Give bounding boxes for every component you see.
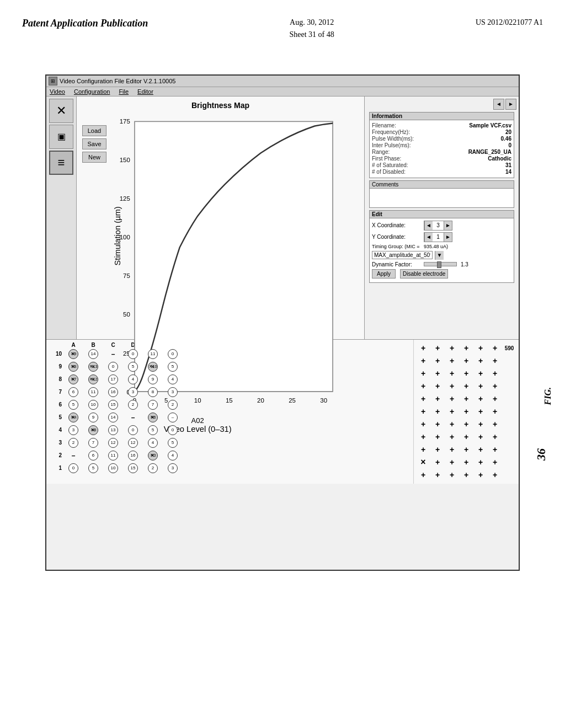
cell-4-c[interactable]: 13 bbox=[103, 424, 123, 436]
cell-1-d[interactable]: 15 bbox=[123, 462, 143, 474]
cell-3-e[interactable]: 4 bbox=[143, 437, 163, 449]
cell-9-a[interactable]: ✕8 bbox=[63, 361, 83, 373]
cell-10-a[interactable]: ✕9 bbox=[63, 348, 83, 360]
cell-2-d[interactable]: 16 bbox=[123, 449, 143, 462]
cell-10-e[interactable]: 11 bbox=[143, 348, 163, 360]
cell-8-b[interactable]: ✕12 bbox=[83, 373, 103, 386]
cell-2-a[interactable]: – bbox=[63, 449, 83, 462]
disable-electrode-button[interactable]: Disable electrode bbox=[400, 269, 448, 279]
nav-right-button[interactable]: ► bbox=[505, 99, 516, 110]
cell-6-c[interactable]: 15 bbox=[103, 399, 123, 411]
cell-3-a[interactable]: 2 bbox=[63, 437, 83, 449]
menu-editor[interactable]: Editor bbox=[136, 88, 154, 95]
y-coord-dec[interactable]: ◄ bbox=[424, 233, 433, 242]
icon-1[interactable]: ✕ bbox=[49, 99, 73, 123]
x-coord-spinbox[interactable]: ◄ 3 ► bbox=[424, 221, 452, 231]
cell-3-d[interactable]: 12 bbox=[123, 437, 143, 449]
icon-2[interactable]: ▣ bbox=[49, 125, 73, 149]
plus-2-4: + bbox=[459, 443, 473, 456]
cell-6-f[interactable]: 2 bbox=[163, 399, 183, 411]
cell-7-f[interactable]: 3 bbox=[163, 386, 183, 398]
cell-9-d[interactable]: 5 bbox=[123, 361, 143, 373]
cell-8-c[interactable]: 17 bbox=[103, 373, 123, 386]
cell-5-e[interactable]: ✕6 bbox=[143, 411, 163, 424]
plus-8-1: + bbox=[416, 367, 430, 379]
cell-5-d[interactable]: – bbox=[123, 411, 143, 424]
cell-4-f[interactable]: 0 bbox=[163, 424, 183, 436]
cell-1-b[interactable]: 5 bbox=[83, 462, 103, 474]
cell-1-a[interactable]: 0 bbox=[63, 462, 83, 474]
save-button[interactable]: Save bbox=[82, 138, 106, 149]
x-coord-dec[interactable]: ◄ bbox=[424, 221, 433, 230]
apply-button[interactable]: Apply bbox=[372, 269, 396, 279]
cell-9-c[interactable]: 0 bbox=[103, 361, 123, 373]
cell-8-f[interactable]: 4 bbox=[163, 373, 183, 386]
cell-5-b[interactable]: 9 bbox=[83, 411, 103, 424]
cell-10-c[interactable]: – bbox=[103, 348, 123, 360]
cell-8-a[interactable]: ✕7 bbox=[63, 373, 83, 386]
plus-row-4: + + + + + + bbox=[416, 418, 516, 431]
cell-8-d[interactable]: 4 bbox=[123, 373, 143, 386]
cell-7-a[interactable]: 6 bbox=[63, 386, 83, 398]
cell-3-f[interactable]: 5 bbox=[163, 437, 183, 449]
plus-x-4: + bbox=[459, 456, 473, 468]
timing-input-field[interactable] bbox=[372, 251, 433, 259]
menu-file[interactable]: File bbox=[118, 88, 130, 95]
cell-4-a[interactable]: 3 bbox=[63, 424, 83, 436]
cell-9-b[interactable]: ✕13 bbox=[83, 361, 103, 373]
cell-2-b[interactable]: 6 bbox=[83, 449, 103, 462]
cell-3-b[interactable]: 7 bbox=[83, 437, 103, 449]
cell-7-c[interactable]: 16 bbox=[103, 386, 123, 398]
cell-7-d[interactable]: 3 bbox=[123, 386, 143, 398]
cell-1-c[interactable]: 10 bbox=[103, 462, 123, 474]
cell-4-e[interactable]: 5 bbox=[143, 424, 163, 436]
y-coord-spinbox[interactable]: ◄ 1 ► bbox=[424, 232, 452, 242]
cell-1-f[interactable]: 3 bbox=[163, 462, 183, 474]
cell-4-b[interactable]: ✕8 bbox=[83, 424, 103, 436]
plus-1-3: + bbox=[445, 469, 459, 481]
plus-7-1: + bbox=[416, 380, 430, 392]
cell-10-d[interactable]: 0 bbox=[123, 348, 143, 360]
inter-pulse-row: Inter Pulse(ms): 0 bbox=[372, 142, 511, 148]
cell-3-c[interactable]: 12 bbox=[103, 437, 123, 449]
plus-6-3: + bbox=[445, 393, 459, 405]
menu-video[interactable]: Video bbox=[49, 88, 66, 95]
dynamic-slider[interactable]: 1.3 bbox=[424, 261, 468, 267]
cell-10-b[interactable]: 14 bbox=[83, 348, 103, 360]
chart-area: Brightness Map Load Save New Stimulation… bbox=[77, 97, 364, 339]
cell-6-d[interactable]: 2 bbox=[123, 399, 143, 411]
cell-6-e[interactable]: 7 bbox=[143, 399, 163, 411]
cell-5-a[interactable]: ✕4 bbox=[63, 411, 83, 424]
cell-4-d[interactable]: 0 bbox=[123, 424, 143, 436]
y-coord-inc[interactable]: ► bbox=[444, 233, 452, 242]
new-button[interactable]: New bbox=[82, 152, 106, 163]
timing-value: 935.48 uA) bbox=[424, 244, 448, 249]
plus-7-4: + bbox=[459, 380, 473, 392]
cell-1-e[interactable]: 2 bbox=[143, 462, 163, 474]
timing-dropdown[interactable]: ▼ bbox=[435, 251, 444, 260]
cell-6-a[interactable]: 5 bbox=[63, 399, 83, 411]
cell-9-e[interactable]: ✕10 bbox=[143, 361, 163, 373]
cell-2-c[interactable]: 11 bbox=[103, 449, 123, 462]
filename-row: Filename: Sample VCF.csv bbox=[372, 122, 511, 129]
x-coord-inc[interactable]: ► bbox=[444, 221, 452, 230]
load-button[interactable]: Load bbox=[82, 125, 106, 136]
cell-7-b[interactable]: 11 bbox=[83, 386, 103, 398]
plus-9-3: + bbox=[445, 355, 459, 367]
icon-3[interactable]: ≡ bbox=[49, 151, 73, 175]
cell-6-b[interactable]: 10 bbox=[83, 399, 103, 411]
cell-9-f[interactable]: 5 bbox=[163, 361, 183, 373]
cell-5-f[interactable]: – bbox=[163, 411, 183, 424]
plus-row-2: + + + + + + bbox=[416, 443, 516, 456]
nav-left-button[interactable]: ◄ bbox=[493, 99, 504, 110]
svg-text:100: 100 bbox=[120, 234, 130, 240]
saturated-row: # of Saturated: 31 bbox=[372, 162, 511, 168]
cell-2-e[interactable]: ✕3 bbox=[143, 449, 163, 462]
plus-1-2: + bbox=[430, 469, 445, 481]
cell-10-f[interactable]: 0 bbox=[163, 348, 183, 360]
menu-configuration[interactable]: Configuration bbox=[73, 88, 111, 95]
cell-7-e[interactable]: 8 bbox=[143, 386, 163, 398]
cell-2-f[interactable]: 4 bbox=[163, 449, 183, 462]
cell-5-c[interactable]: 14 bbox=[103, 411, 123, 424]
cell-8-e[interactable]: 9 bbox=[143, 373, 163, 386]
